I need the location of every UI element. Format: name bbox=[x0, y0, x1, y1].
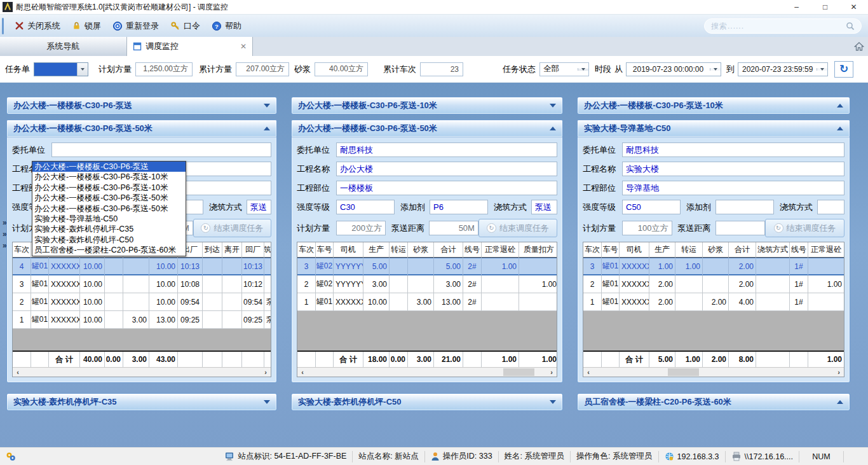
column-header[interactable]: 线号 bbox=[463, 242, 482, 258]
table-row[interactable]: 3罐02YYYYYY5.005.002#1.00 bbox=[297, 258, 557, 275]
total-trips-field[interactable]: 23 bbox=[420, 62, 463, 76]
column-header[interactable]: 线号 bbox=[790, 242, 808, 258]
task-dropdown-option[interactable]: 员工宿舍楼-一楼梁柱-C20-P6-泵送-60米 bbox=[32, 245, 186, 255]
search-icon[interactable] bbox=[846, 22, 855, 31]
entrust-field[interactable]: 耐思科技 bbox=[336, 142, 557, 157]
task-status-combobox[interactable]: 全部 bbox=[539, 62, 589, 76]
end-dispatch-task-button[interactable]: ↻结束调度任务 bbox=[478, 219, 557, 237]
table-row[interactable]: 2罐01XXXXXX2.002.001#1.00 bbox=[583, 275, 844, 293]
column-header[interactable]: 生产 bbox=[649, 242, 675, 258]
maximize-button[interactable]: □ bbox=[811, 0, 839, 14]
task-dropdown-option[interactable]: 办公大楼-一楼楼板-C30-P6-泵送-50米 bbox=[32, 193, 186, 203]
planned-volume-field[interactable]: 200立方 bbox=[336, 221, 386, 235]
task-panel-collapsed-top[interactable]: 办公大楼-一楼楼板-C30-P6-泵送-10米 bbox=[577, 97, 850, 115]
entrust-field[interactable]: 耐思科技 bbox=[622, 142, 844, 157]
column-header[interactable]: 砂浆 bbox=[703, 242, 729, 258]
table-row[interactable]: 3罐01XXXXXX10.0010.0010:0810:12 bbox=[13, 275, 271, 293]
collapse-arrow-icon[interactable] bbox=[550, 127, 556, 130]
table-row[interactable]: 2罐01XXXXXX10.0010.0009:5409:54泵送 bbox=[13, 293, 271, 311]
task-dropdown-option[interactable]: 办公大楼-一楼楼板-C30-P6-泵送 bbox=[32, 162, 186, 172]
column-header[interactable]: 车次 bbox=[583, 242, 602, 258]
from-datetime-picker[interactable]: 2019-07-23 00:00:00 bbox=[626, 62, 721, 76]
column-header[interactable]: 车号 bbox=[316, 242, 334, 258]
column-header[interactable]: 砂浆 bbox=[408, 242, 434, 258]
strength-grade-field[interactable]: C30 bbox=[336, 200, 395, 214]
tab-system-nav[interactable]: 系统导航 bbox=[0, 37, 127, 56]
pouring-method-field[interactable]: 泵送 bbox=[531, 200, 557, 214]
task-panel-header[interactable]: 办公大楼-一楼楼板-C30-P6-泵送-50米 bbox=[7, 120, 276, 137]
collapse-arrow-icon[interactable] bbox=[264, 104, 270, 108]
to-datetime-picker[interactable]: 2020-07-23 23:59:59 bbox=[738, 62, 828, 76]
scrollbar-thumb[interactable] bbox=[668, 368, 699, 376]
horizontal-scrollbar[interactable]: ‹› bbox=[13, 367, 271, 377]
column-header[interactable]: 离开 bbox=[222, 242, 242, 258]
help-button[interactable]: ? 帮助 bbox=[206, 17, 247, 35]
scrollbar-thumb[interactable] bbox=[503, 368, 534, 376]
column-header[interactable]: 车次 bbox=[297, 242, 316, 258]
column-header[interactable]: 司机 bbox=[620, 242, 649, 258]
collapse-arrow-icon[interactable] bbox=[837, 104, 843, 108]
tab-close-icon[interactable]: ✕ bbox=[240, 42, 247, 51]
pouring-method-field[interactable]: 泵送 bbox=[247, 200, 271, 214]
collapse-arrow-icon[interactable] bbox=[837, 127, 843, 130]
refresh-button[interactable]: ↻ bbox=[834, 61, 853, 78]
end-dispatch-task-button[interactable]: ↻结束调度任务 bbox=[765, 219, 844, 237]
task-panel-header[interactable]: 实验大楼-导弹基地-C50 bbox=[578, 120, 850, 137]
horizontal-scrollbar[interactable]: ‹› bbox=[297, 367, 557, 377]
tab-dispatch-monitor[interactable]: 调度监控 ✕ bbox=[127, 37, 253, 56]
combo-dropdown-button[interactable] bbox=[77, 63, 88, 76]
search-box[interactable] bbox=[704, 18, 862, 34]
task-panel-collapsed-bottom[interactable]: 员工宿舍楼-一楼梁柱-C20-P6-泵送-60米 bbox=[577, 393, 850, 411]
task-dropdown-option[interactable]: 办公大楼-一楼楼板-C30-P6-泵送-10米 bbox=[32, 172, 186, 182]
table-row[interactable]: 2罐02YYYYYY3.003.002#1.00 bbox=[297, 275, 557, 293]
scroll-left-arrow[interactable]: ‹ bbox=[583, 368, 593, 377]
project-name-field[interactable]: 办公大楼 bbox=[336, 162, 557, 176]
pump-distance-field[interactable]: 50M bbox=[429, 221, 478, 235]
collapse-arrow-icon[interactable] bbox=[550, 104, 556, 108]
task-dropdown-option[interactable]: 实验大楼-导弹基地-C50 bbox=[32, 214, 186, 224]
lock-screen-button[interactable]: 锁屏 bbox=[66, 17, 107, 35]
collapse-arrow-icon[interactable] bbox=[550, 400, 556, 404]
entrust-field[interactable] bbox=[51, 142, 271, 157]
project-name-field[interactable]: 实验大楼 bbox=[622, 162, 844, 176]
column-header[interactable]: 司机 bbox=[334, 242, 363, 258]
column-header[interactable]: 浇筑方式 bbox=[264, 242, 271, 258]
column-header[interactable]: 合计 bbox=[434, 242, 463, 258]
task-panel-collapsed-bottom[interactable]: 实验大楼-轰炸机停机坪-C50 bbox=[291, 393, 563, 411]
table-row[interactable]: 1罐01XXXXXX2.002.004.001# bbox=[583, 293, 844, 311]
close-button[interactable]: ✕ bbox=[839, 0, 868, 14]
column-header[interactable]: 转运 bbox=[390, 242, 408, 258]
additive-field[interactable]: P6 bbox=[430, 200, 488, 214]
total-volume-field[interactable]: 207.00立方 bbox=[236, 62, 289, 76]
table-row[interactable]: 3罐01XXXXXX1.001.002.001# bbox=[583, 258, 844, 275]
scroll-right-arrow[interactable]: › bbox=[834, 368, 844, 377]
pouring-method-field[interactable] bbox=[817, 200, 844, 214]
minimize-button[interactable]: – bbox=[782, 0, 811, 14]
additive-field[interactable] bbox=[715, 200, 774, 214]
table-row[interactable]: 1罐01XXXXXX10.003.0013.002# bbox=[297, 293, 557, 311]
task-dropdown-option[interactable]: 实验大楼-轰炸机停机坪-C50 bbox=[32, 235, 186, 245]
scroll-right-arrow[interactable]: › bbox=[546, 368, 557, 377]
task-panel-header[interactable]: 办公大楼-一楼楼板-C30-P6-泵送-50米 bbox=[292, 120, 562, 137]
column-header[interactable]: 生产 bbox=[363, 242, 390, 258]
scroll-left-arrow[interactable]: ‹ bbox=[297, 368, 308, 377]
project-part-field[interactable]: 一楼楼板 bbox=[336, 181, 557, 195]
column-header[interactable]: 到达 bbox=[203, 242, 222, 258]
column-header[interactable]: 转运 bbox=[675, 242, 703, 258]
search-input[interactable] bbox=[711, 22, 846, 31]
task-dropdown-option[interactable]: 实验大楼-轰炸机停机坪-C35 bbox=[32, 224, 186, 234]
collapse-arrow-icon[interactable] bbox=[837, 400, 843, 404]
scrollbar-track[interactable] bbox=[308, 368, 546, 377]
scroll-left-arrow[interactable]: ‹ bbox=[13, 368, 23, 377]
scrollbar-track[interactable] bbox=[23, 368, 261, 377]
task-panel-collapsed-bottom[interactable]: 实验大楼-轰炸机停机坪-C35 bbox=[6, 393, 277, 411]
column-header[interactable]: 车号 bbox=[602, 242, 620, 258]
datetime-dropdown-button[interactable] bbox=[710, 68, 721, 71]
collapse-arrow-icon[interactable] bbox=[264, 400, 270, 404]
planned-volume-field[interactable]: 1,250.00立方 bbox=[135, 62, 193, 76]
column-header[interactable]: 正常退砼 bbox=[808, 242, 844, 258]
column-header[interactable]: 浇筑方式 bbox=[756, 242, 790, 258]
column-header[interactable]: 质量扣方 bbox=[519, 242, 557, 258]
combo-dropdown-button[interactable] bbox=[578, 68, 588, 71]
scrollbar-track[interactable] bbox=[593, 368, 834, 377]
